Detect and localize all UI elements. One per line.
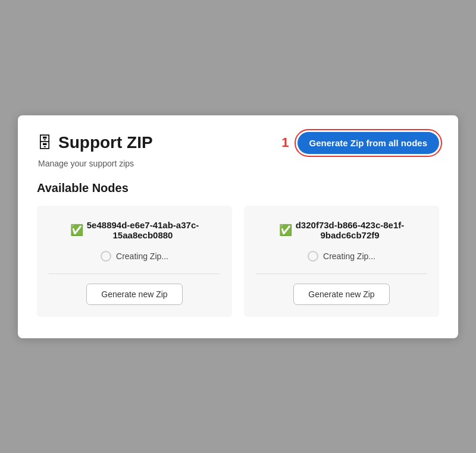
nodes-grid: ✅ 5e48894d-e6e7-41ab-a37c-15aa8ecb0880 C…: [37, 206, 439, 317]
card-header: 🗄 Support ZIP 1 Generate Zip from all no…: [37, 132, 439, 154]
section-title: Available Nodes: [37, 181, 439, 195]
support-zip-card: 🗄 Support ZIP 1 Generate Zip from all no…: [18, 115, 458, 338]
node-card-2: ✅ d320f73d-b866-423c-8e1f-9badc6cb72f9 C…: [244, 206, 439, 317]
check-icon-2: ✅: [279, 224, 292, 237]
divider-2: [256, 273, 427, 274]
generate-all-button[interactable]: Generate Zip from all nodes: [298, 132, 439, 154]
status-text-2: Creating Zip...: [323, 251, 375, 261]
badge-number: 1: [281, 135, 289, 150]
spinner-icon-1: [101, 251, 111, 262]
header-right: 1 Generate Zip from all nodes: [281, 132, 439, 154]
node-id-2: d320f73d-b866-423c-8e1f-9badc6cb72f9: [296, 220, 405, 240]
status-row-2: Creating Zip...: [308, 251, 375, 262]
generate-zip-button-1[interactable]: Generate new Zip: [86, 284, 182, 305]
check-icon-1: ✅: [70, 224, 83, 237]
generate-zip-button-2[interactable]: Generate new Zip: [293, 284, 389, 305]
divider-1: [49, 273, 220, 274]
page-title: Support ZIP: [58, 133, 153, 152]
node-card-inner-1: ✅ 5e48894d-e6e7-41ab-a37c-15aa8ecb0880 C…: [49, 220, 220, 305]
status-text-1: Creating Zip...: [116, 251, 168, 261]
zip-icon: 🗄: [37, 135, 52, 150]
subtitle: Manage your support zips: [38, 159, 439, 168]
node-name-2: ✅ d320f73d-b866-423c-8e1f-9badc6cb72f9: [279, 220, 405, 240]
spinner-icon-2: [308, 251, 318, 262]
title-group: 🗄 Support ZIP: [37, 133, 153, 152]
node-name-1: ✅ 5e48894d-e6e7-41ab-a37c-15aa8ecb0880: [70, 220, 199, 240]
node-card-1: ✅ 5e48894d-e6e7-41ab-a37c-15aa8ecb0880 C…: [37, 206, 232, 317]
node-card-inner-2: ✅ d320f73d-b866-423c-8e1f-9badc6cb72f9 C…: [256, 220, 427, 305]
status-row-1: Creating Zip...: [101, 251, 168, 262]
node-id-1: 5e48894d-e6e7-41ab-a37c-15aa8ecb0880: [87, 220, 199, 240]
